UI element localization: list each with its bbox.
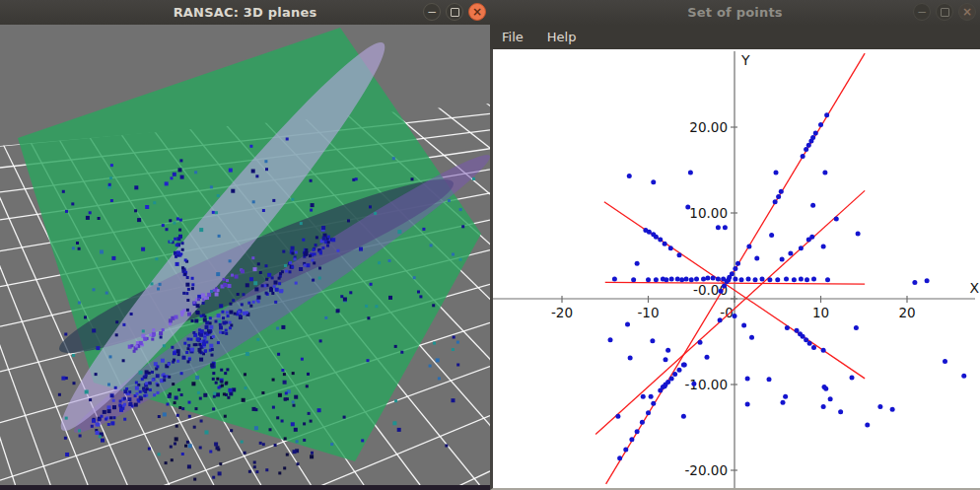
window-title: Set of points bbox=[687, 5, 783, 20]
menu-file[interactable]: File bbox=[500, 28, 525, 46]
svg-text:-20.00: -20.00 bbox=[684, 462, 728, 478]
window-controls: − × bbox=[913, 3, 976, 21]
titlebar-set-of-points[interactable]: Set of points − × bbox=[490, 0, 980, 26]
close-button[interactable]: × bbox=[958, 3, 976, 21]
close-icon: × bbox=[962, 6, 972, 18]
minimize-icon: − bbox=[427, 6, 437, 18]
maximize-icon bbox=[941, 8, 949, 17]
minimize-icon: − bbox=[917, 6, 927, 18]
menu-help[interactable]: Help bbox=[545, 28, 579, 46]
menu-bar: File Help bbox=[490, 25, 980, 50]
svg-text:20.00: 20.00 bbox=[689, 119, 728, 135]
svg-text:Y: Y bbox=[740, 52, 750, 68]
svg-text:X: X bbox=[969, 280, 979, 296]
titlebar-ransac[interactable]: RANSAC: 3D planes − × bbox=[0, 0, 490, 26]
svg-text:-0: -0 bbox=[720, 305, 733, 320]
scatter-plot[interactable]: XY-20-10-0102020.0010.00-0.00-10.00-20.0… bbox=[493, 49, 980, 488]
window-title: RANSAC: 3D planes bbox=[174, 5, 317, 20]
svg-text:20: 20 bbox=[898, 305, 915, 320]
svg-text:-10: -10 bbox=[637, 305, 659, 320]
svg-text:10.00: 10.00 bbox=[689, 205, 728, 221]
maximize-button[interactable] bbox=[446, 3, 463, 21]
svg-text:10: 10 bbox=[812, 305, 829, 320]
close-icon: × bbox=[472, 6, 482, 18]
svg-text:-20: -20 bbox=[551, 305, 573, 320]
window-set-of-points: Set of points − × File Help XY-20-10-010… bbox=[490, 0, 980, 490]
3d-viewport[interactable] bbox=[0, 25, 490, 490]
plot-area: XY-20-10-0102020.0010.00-0.00-10.00-20.0… bbox=[490, 49, 980, 490]
close-button[interactable]: × bbox=[468, 3, 486, 21]
maximize-button[interactable] bbox=[936, 3, 953, 21]
svg-text:-10.00: -10.00 bbox=[684, 377, 728, 392]
maximize-icon bbox=[451, 8, 459, 17]
window-ransac-3d-planes: RANSAC: 3D planes − × bbox=[0, 0, 490, 490]
window-controls: − × bbox=[423, 3, 486, 21]
minimize-button[interactable]: − bbox=[913, 3, 931, 21]
minimize-button[interactable]: − bbox=[423, 3, 441, 21]
